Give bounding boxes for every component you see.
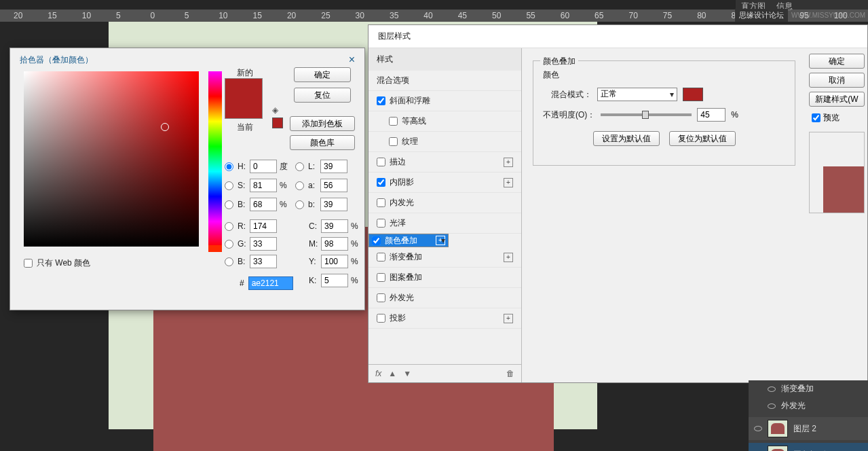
gradient-overlay-checkbox[interactable] [377, 253, 385, 261]
add-icon[interactable]: + [436, 236, 445, 245]
new-color-label: 新的 [237, 67, 253, 79]
swatch-new-color [225, 79, 262, 98]
b2-radio[interactable] [295, 200, 304, 209]
arrow-down-icon[interactable]: ▼ [403, 369, 411, 378]
opacity-input[interactable] [697, 108, 725, 122]
style-blend-options[interactable]: 混合选项 [369, 71, 521, 91]
a-input[interactable] [320, 179, 347, 192]
tab-info[interactable]: 信息 [771, 0, 798, 10]
k-label: K: [309, 276, 318, 285]
inner-shadow-checkbox[interactable] [377, 178, 385, 187]
b-input[interactable] [250, 255, 277, 268]
tab-histogram[interactable]: 直方图 [736, 0, 771, 10]
g-radio[interactable] [225, 240, 233, 249]
reset-default-button[interactable]: 复位为默认值 [669, 131, 736, 146]
b-radio[interactable] [225, 257, 233, 266]
style-satin[interactable]: 光泽 [369, 213, 521, 234]
r-input[interactable] [250, 219, 277, 233]
k-input[interactable] [321, 274, 348, 287]
add-icon[interactable]: + [504, 253, 513, 262]
stroke-checkbox[interactable] [377, 158, 385, 166]
sat-radio[interactable] [225, 181, 233, 190]
eye-icon[interactable] [754, 426, 762, 431]
websafe-swatch[interactable] [272, 118, 283, 128]
outer-glow-checkbox[interactable] [377, 293, 385, 302]
style-drop-shadow[interactable]: 投影+ [369, 308, 521, 329]
texture-checkbox[interactable] [389, 137, 398, 146]
preview-row: 预览 [809, 111, 865, 125]
add-icon[interactable]: + [504, 178, 513, 187]
bevel-checkbox[interactable] [377, 96, 385, 105]
style-outer-glow[interactable]: 外发光 [369, 288, 521, 308]
layer-rounded-rect-1[interactable]: 圆角矩形 1 [749, 443, 868, 451]
r-radio[interactable] [225, 222, 233, 231]
set-default-button[interactable]: 设置为默认值 [593, 131, 660, 146]
style-color-overlay[interactable]: 颜色叠加+ [369, 234, 449, 247]
m-input[interactable] [321, 237, 348, 251]
drop-shadow-checkbox[interactable] [377, 314, 385, 323]
contour-checkbox[interactable] [389, 117, 398, 126]
ok-button[interactable]: 确定 [294, 67, 351, 82]
brightness-radio[interactable] [225, 200, 233, 209]
brightness-input[interactable] [250, 198, 277, 211]
l-input[interactable] [320, 160, 347, 173]
reset-button[interactable]: 复位 [294, 88, 351, 103]
layer-2[interactable]: 图层 2 [749, 417, 868, 440]
preview-swatch [823, 166, 864, 213]
forum-label: 思缘设计论坛 [735, 9, 788, 22]
y-input[interactable] [321, 255, 348, 268]
add-icon[interactable]: + [504, 314, 513, 323]
eye-icon[interactable] [768, 386, 776, 392]
a-radio[interactable] [295, 181, 304, 190]
color-overlay-checkbox[interactable] [372, 236, 381, 245]
hex-row: # [240, 276, 293, 290]
color-libraries-button[interactable]: 颜色库 [290, 135, 355, 150]
opacity-thumb[interactable] [642, 111, 649, 119]
add-icon[interactable]: + [504, 158, 513, 167]
hue-input[interactable] [250, 160, 277, 173]
blend-mode-label: 混合模式： [543, 89, 592, 101]
style-inner-glow[interactable]: 内发光 [369, 193, 521, 213]
sat-unit: % [280, 181, 287, 190]
overlay-color-swatch[interactable] [683, 88, 703, 101]
satin-checkbox[interactable] [377, 219, 385, 228]
hex-input[interactable] [248, 276, 293, 290]
b2-input[interactable] [320, 198, 347, 211]
sat-input[interactable] [250, 179, 277, 192]
ls-ok-button[interactable]: 确定 [809, 54, 865, 69]
c-input[interactable] [321, 219, 348, 233]
g-input[interactable] [250, 237, 277, 251]
layer-effect-outer-glow[interactable]: 外发光 [749, 397, 868, 414]
style-stroke[interactable]: 描边+ [369, 152, 521, 173]
style-gradient-overlay[interactable]: 渐变叠加+ [369, 247, 521, 268]
preview-checkbox[interactable] [812, 113, 820, 122]
style-texture[interactable]: 纹理 [369, 132, 521, 152]
eye-icon[interactable] [768, 403, 776, 409]
sv-marker[interactable] [161, 123, 169, 131]
hue-radio[interactable] [225, 162, 233, 171]
opacity-slider[interactable] [601, 113, 692, 116]
ls-cancel-button[interactable]: 取消 [809, 73, 865, 88]
l-radio[interactable] [295, 162, 304, 171]
m-unit: % [351, 239, 358, 249]
style-bevel[interactable]: 斜面和浮雕 [369, 91, 521, 111]
layer-effect-gradient[interactable]: 渐变叠加 [749, 380, 868, 397]
ls-new-style-button[interactable]: 新建样式(W [809, 92, 865, 107]
trash-icon[interactable]: 🗑 [506, 369, 514, 378]
fx-icon[interactable]: fx [375, 369, 381, 378]
saturation-value-field[interactable] [24, 71, 199, 247]
pattern-overlay-checkbox[interactable] [377, 273, 385, 282]
arrow-up-icon[interactable]: ▲ [388, 369, 396, 378]
style-pattern-overlay[interactable]: 图案叠加 [369, 268, 521, 288]
style-inner-shadow[interactable]: 内阴影+ [369, 173, 521, 193]
style-contour[interactable]: 等高线 [369, 111, 521, 132]
web-colors-label: 只有 Web 颜色 [37, 257, 90, 269]
close-icon[interactable]: × [349, 54, 355, 66]
web-colors-checkbox[interactable] [24, 259, 33, 268]
c-label: C: [309, 221, 318, 231]
add-to-swatches-button[interactable]: 添加到色板 [290, 116, 355, 131]
blend-mode-select[interactable]: 正常 [597, 88, 677, 101]
gamut-warning-icon[interactable]: ◈ [272, 105, 282, 115]
inner-glow-checkbox[interactable] [377, 198, 385, 207]
hue-slider[interactable] [208, 71, 222, 247]
